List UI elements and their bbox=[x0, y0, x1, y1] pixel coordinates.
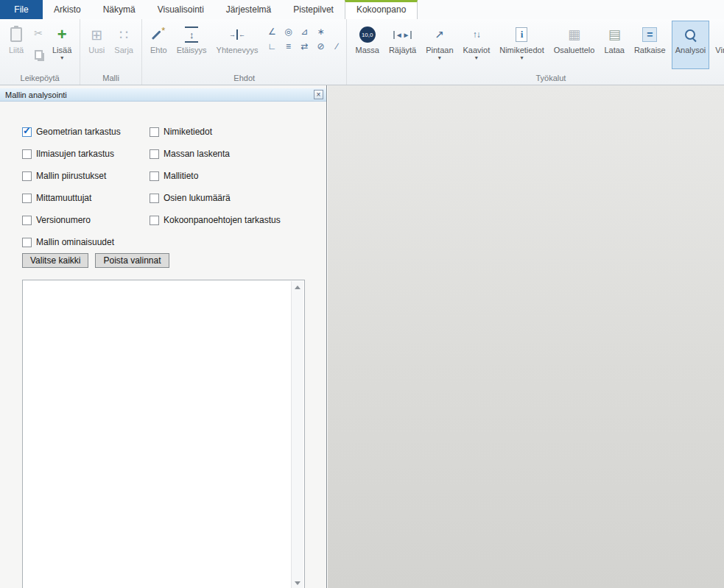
group-label-conditions: Ehdot bbox=[147, 73, 342, 85]
perpendicular-constraint-icon[interactable]: ∟ bbox=[267, 41, 277, 52]
tab-nakyma[interactable]: Näkymä bbox=[92, 0, 147, 19]
select-all-button[interactable]: Valitse kaikki bbox=[22, 253, 88, 268]
condition-button[interactable]: Ehto bbox=[147, 21, 171, 69]
charts-icon: ↑↓ bbox=[473, 29, 480, 40]
tab-arkisto[interactable]: Arkisto bbox=[43, 0, 92, 19]
layers-icon: ▤ bbox=[608, 26, 621, 43]
distance-label: Etäisyys bbox=[177, 46, 207, 54]
results-list[interactable] bbox=[22, 280, 305, 588]
checkbox-row-appearance-check[interactable]: ✓ Ilmiasujen tarkastus bbox=[22, 143, 150, 165]
analyze-button[interactable]: Analysoi bbox=[672, 21, 710, 69]
parallel-constraint-icon[interactable]: ≡ bbox=[283, 41, 293, 52]
coincidence-label: Yhtenevyys bbox=[217, 46, 259, 54]
checkbox-row-geometry-check[interactable]: ✓ Geometrian tarkastus bbox=[22, 121, 150, 143]
checkbox-row-dimension-variables[interactable]: ✓ Mittamuuttujat bbox=[22, 187, 150, 209]
copy-icon bbox=[35, 50, 43, 60]
checkbox[interactable]: ✓ bbox=[22, 238, 32, 247]
part-list-label: Osaluettelo bbox=[554, 46, 595, 54]
checkbox-grid: ✓ Geometrian tarkastus ✓ Ilmiasujen tark… bbox=[22, 121, 305, 253]
model-canvas[interactable] bbox=[328, 85, 724, 588]
error-log-label: Virheloki bbox=[715, 46, 724, 54]
scroll-up-icon[interactable] bbox=[292, 281, 303, 294]
explode-button[interactable]: ◄► Räjäytä bbox=[385, 21, 420, 69]
checkbox[interactable]: ✓ bbox=[22, 216, 32, 225]
item-data-label: Nimiketiedot bbox=[499, 46, 544, 54]
check-icon: ✓ bbox=[23, 125, 31, 136]
group-label-clipboard: Leikepöytä bbox=[4, 73, 75, 85]
concentric-constraint-icon[interactable]: ◎ bbox=[283, 26, 293, 37]
distance-button[interactable]: ↕ Etäisyys bbox=[173, 21, 211, 69]
tab-pistepilvet[interactable]: Pistepilvet bbox=[282, 0, 345, 19]
add-button[interactable]: + Lisää ▾ bbox=[49, 21, 75, 69]
checkbox[interactable]: ✓ bbox=[150, 127, 159, 137]
info-icon: i bbox=[516, 27, 527, 42]
part-list-button[interactable]: ▦ Osaluettelo bbox=[550, 21, 599, 69]
file-menu-button[interactable]: File bbox=[0, 0, 43, 19]
equals-icon: = bbox=[642, 27, 657, 42]
checkbox-row-mass-calculation[interactable]: ✓ Massan laskenta bbox=[150, 143, 305, 165]
fix-constraint-icon[interactable]: ∕ bbox=[331, 41, 342, 52]
scroll-down-icon[interactable] bbox=[292, 577, 303, 588]
checkbox[interactable]: ✓ bbox=[150, 171, 159, 181]
checkbox-row-part-count[interactable]: ✓ Osien lukumäärä bbox=[150, 187, 305, 209]
tangent-constraint-icon[interactable]: ⊿ bbox=[299, 26, 309, 37]
new-label: Uusi bbox=[88, 46, 105, 54]
tab-kokoonpano[interactable]: Kokoonpano bbox=[345, 0, 418, 19]
clear-selections-button[interactable]: Poista valinnat bbox=[95, 253, 169, 268]
checkbox-row-item-data[interactable]: ✓ Nimiketiedot bbox=[150, 121, 305, 143]
exclude-constraint-icon[interactable]: ⊘ bbox=[315, 41, 326, 52]
charts-button[interactable]: ↑↓ Kaaviot ▾ bbox=[460, 21, 494, 69]
solve-button[interactable]: = Ratkaise bbox=[630, 21, 669, 69]
paste-button[interactable]: Liitä bbox=[4, 21, 28, 69]
close-icon: × bbox=[317, 91, 321, 99]
checkbox-row-model-info[interactable]: ✓ Mallitieto bbox=[150, 165, 305, 187]
series-icon: ∷ bbox=[119, 26, 128, 43]
surface-arrow-icon: ↗ bbox=[435, 28, 445, 41]
checkbox[interactable]: ✓ bbox=[150, 216, 159, 225]
load-label: Lataa bbox=[604, 46, 625, 54]
checkbox-row-model-properties[interactable]: ✓ Mallin ominaisuudet bbox=[22, 231, 150, 253]
mass-label: Massa bbox=[355, 46, 379, 54]
menu-bar: File Arkisto Näkymä Visualisointi Järjes… bbox=[0, 0, 724, 19]
application-window: File Arkisto Näkymä Visualisointi Järjes… bbox=[0, 0, 724, 588]
swap-constraint-icon[interactable]: ⇄ bbox=[299, 41, 309, 52]
explode-icon: ◄► bbox=[393, 31, 412, 39]
explode-label: Räjäytä bbox=[389, 46, 416, 54]
angle-constraint-icon[interactable]: ∠ bbox=[267, 26, 277, 37]
error-log-button[interactable]: ! Virheloki bbox=[711, 21, 724, 69]
checkbox-row-assembly-constraints-check[interactable]: ✓ Kokoonpanoehtojen tarkastus bbox=[150, 209, 305, 231]
checkbox[interactable]: ✓ bbox=[150, 194, 159, 203]
charts-label: Kaaviot bbox=[463, 46, 491, 54]
mass-button[interactable]: 10,0 Massa bbox=[351, 21, 382, 69]
checkbox[interactable]: ✓ bbox=[150, 149, 159, 159]
checkbox[interactable]: ✓ bbox=[22, 194, 32, 203]
to-surface-label: Pintaan bbox=[426, 46, 453, 54]
condition-label: Ehto bbox=[150, 46, 167, 54]
series-button[interactable]: ∷ Sarja bbox=[110, 21, 137, 69]
symmetry-constraint-icon[interactable]: ∗ bbox=[315, 26, 326, 37]
checkbox[interactable]: ✓ bbox=[22, 127, 32, 137]
distance-icon: ↕ bbox=[185, 26, 198, 43]
tab-jarjestelma[interactable]: Järjestelmä bbox=[215, 0, 282, 19]
new-button[interactable]: ⊞ Uusi bbox=[85, 21, 108, 69]
item-data-button[interactable]: i Nimiketiedot ▾ bbox=[496, 21, 548, 69]
checkbox[interactable]: ✓ bbox=[22, 149, 32, 159]
tab-visualisointi[interactable]: Visualisointi bbox=[147, 0, 215, 19]
group-label-model: Malli bbox=[85, 73, 137, 85]
ribbon-group-tools: 10,0 Massa ◄► Räjäytä ↗ Pintaan ▾ ↑↓ Kaa… bbox=[347, 19, 724, 85]
close-button[interactable]: × bbox=[314, 90, 323, 99]
clipboard-icon bbox=[10, 27, 22, 42]
load-button[interactable]: ▤ Lataa bbox=[600, 21, 628, 69]
cut-button[interactable]: ✂ bbox=[30, 25, 46, 41]
copy-button[interactable] bbox=[30, 46, 46, 63]
coincidence-button[interactable]: → ← Yhtenevyys bbox=[213, 21, 262, 69]
analyze-label: Analysoi bbox=[675, 46, 706, 54]
new-model-icon: ⊞ bbox=[91, 26, 102, 43]
scrollbar[interactable] bbox=[291, 281, 303, 588]
to-surface-button[interactable]: ↗ Pintaan ▾ bbox=[422, 21, 457, 69]
checkbox[interactable]: ✓ bbox=[22, 171, 32, 181]
chevron-down-icon: ▾ bbox=[520, 56, 523, 60]
checkbox-row-model-drawings[interactable]: ✓ Mallin piirustukset bbox=[22, 165, 150, 187]
checkbox-row-version-number[interactable]: ✓ Versionumero bbox=[22, 209, 150, 231]
mass-icon: 10,0 bbox=[359, 26, 376, 43]
